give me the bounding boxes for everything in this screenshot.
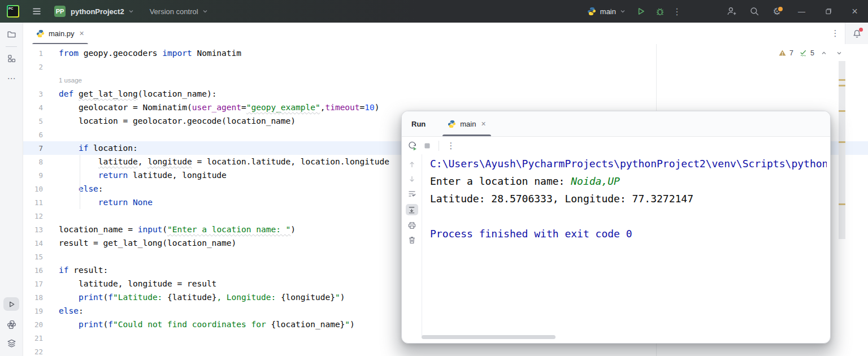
console-line: Enter a location name: Noida,UP [430, 172, 827, 190]
down-stacktrace-icon[interactable] [407, 175, 416, 184]
prev-problem-chevron-up-icon[interactable] [820, 49, 828, 57]
warning-stripe-mark[interactable] [839, 85, 845, 86]
usage-hint: 1 usage [59, 77, 82, 84]
tab-bar-right: ⋮ [826, 23, 868, 44]
pycharm-logo-icon[interactable]: PC [7, 5, 19, 18]
typo-count: 5 [810, 49, 814, 57]
project-chevron-down-icon[interactable] [127, 7, 135, 15]
warning-count: 7 [789, 49, 793, 57]
line-number[interactable]: 4 [23, 103, 59, 112]
pycharm-window: PC PP pythonProject2 Version control [0, 0, 868, 356]
line-number[interactable]: 7 [23, 144, 59, 153]
next-problem-chevron-down-icon[interactable] [835, 49, 843, 57]
services-layers-icon[interactable] [7, 338, 16, 348]
line-number[interactable]: 6 [23, 131, 59, 139]
editor-scrollbar[interactable] [839, 61, 845, 239]
vcs-chevron-down-icon[interactable] [201, 7, 209, 15]
python-file-icon [36, 29, 45, 38]
code-text: print(f"Could not find coordinates for {… [59, 320, 355, 329]
line-number[interactable]: 16 [23, 266, 59, 275]
run-tool-window-icon[interactable] [3, 297, 19, 311]
tab-close-icon[interactable]: × [80, 29, 84, 38]
structure-tool-icon[interactable] [7, 54, 16, 63]
code-text: if result: [59, 266, 108, 275]
code-text: location = geolocator.geocode(location_n… [59, 116, 296, 125]
warning-stripe-mark[interactable] [839, 141, 845, 143]
project-name[interactable]: pythonProject2 [71, 7, 124, 16]
line-number[interactable]: 5 [23, 117, 59, 125]
line-number[interactable]: 20 [23, 320, 59, 329]
title-bar-right: main ⋮ [587, 0, 868, 23]
console-output[interactable]: C:\Users\Ayush\PycharmProjects\pythonPro… [430, 155, 827, 332]
line-number[interactable]: 21 [23, 334, 59, 342]
line-number[interactable]: 10 [23, 185, 59, 193]
up-stacktrace-icon[interactable] [407, 160, 416, 169]
run-configuration-name[interactable]: main [600, 7, 616, 16]
line-number[interactable]: 14 [23, 239, 59, 248]
code-line[interactable]: 22 [23, 345, 868, 356]
console-line: Latitude: 28.5706333, Longitude: 77.3272… [430, 190, 827, 207]
stop-button[interactable] [423, 141, 432, 150]
line-number[interactable]: 15 [23, 253, 59, 261]
search-everywhere-icon[interactable] [743, 6, 766, 16]
code-line[interactable]: 3def get_lat_long(location_name): [23, 87, 868, 101]
notifications-panel[interactable] [845, 23, 868, 44]
line-number[interactable]: 13 [23, 225, 59, 234]
code-with-me-icon[interactable] [721, 6, 743, 16]
window-maximize-button[interactable] [815, 0, 841, 23]
window-close-button[interactable]: × [841, 0, 868, 23]
line-number[interactable]: 2 [23, 63, 59, 71]
line-number[interactable]: 17 [23, 280, 59, 288]
code-line[interactable]: 1from geopy.geocoders import Nominatim [23, 46, 868, 60]
line-number[interactable]: 1 [23, 49, 59, 58]
console-line [430, 207, 827, 225]
settings-gear-icon[interactable]: ⚙ [766, 7, 788, 16]
code-text: print(f"Latitude: {latitude}, Longitude:… [59, 293, 345, 302]
project-badge[interactable]: PP [54, 6, 66, 17]
clear-console-trash-icon[interactable] [407, 236, 416, 245]
code-text: if location: [59, 144, 138, 153]
run-more-options-icon[interactable]: ⋮ [670, 6, 684, 17]
line-number[interactable]: 9 [23, 171, 59, 180]
editor-options-icon[interactable]: ⋮ [826, 28, 845, 38]
code-line[interactable]: 2 [23, 60, 868, 73]
warning-stripe-mark[interactable] [839, 110, 845, 112]
print-icon[interactable] [407, 221, 416, 230]
line-number[interactable]: 22 [23, 348, 59, 356]
run-tool-window: Run main × ⋮ [401, 111, 831, 344]
code-text: return latitude, longitude [59, 171, 227, 180]
scroll-to-end-icon[interactable] [406, 204, 418, 215]
run-config-chevron-down-icon[interactable] [619, 7, 627, 15]
warning-stripe-mark[interactable] [839, 203, 845, 205]
editor-tab-bar: main.py × ⋮ [23, 23, 868, 45]
inspections-widget[interactable]: 7 5 [778, 49, 843, 57]
line-number[interactable]: 3 [23, 90, 59, 98]
main-menu-icon[interactable] [32, 6, 42, 16]
warning-stripe-mark[interactable] [839, 79, 845, 81]
debug-button[interactable] [655, 6, 665, 16]
usage-hint-row[interactable]: 1 usage [23, 73, 868, 87]
console-line: Process finished with exit code 0 [430, 225, 827, 242]
line-number[interactable]: 19 [23, 307, 59, 315]
line-number[interactable]: 8 [23, 158, 59, 166]
project-tool-icon[interactable] [7, 29, 16, 39]
editor-tab-main-py[interactable]: main.py × [32, 23, 88, 44]
run-panel-more-icon[interactable]: ⋮ [446, 141, 456, 151]
line-number[interactable]: 12 [23, 212, 59, 220]
run-button[interactable] [636, 6, 646, 16]
settings-notification-dot [777, 6, 784, 12]
python-console-icon[interactable] [7, 320, 16, 329]
window-minimize-button[interactable]: — [788, 0, 815, 23]
line-number[interactable]: 18 [23, 293, 59, 302]
run-panel-header[interactable]: Run main × [402, 111, 830, 137]
run-tab-close-icon[interactable]: × [481, 119, 485, 128]
run-tab-main[interactable]: main × [442, 111, 491, 136]
line-number[interactable]: 11 [23, 198, 59, 207]
code-text: geolocator = Nominatim(user_agent="geopy… [59, 103, 379, 112]
soft-wrap-icon[interactable] [407, 189, 416, 198]
python-logo-icon [587, 7, 596, 16]
rerun-button[interactable] [407, 141, 417, 151]
version-control-menu[interactable]: Version control [150, 7, 198, 16]
console-horizontal-scrollbar[interactable] [422, 335, 555, 339]
more-tool-windows-icon[interactable]: ⋯ [7, 73, 16, 84]
